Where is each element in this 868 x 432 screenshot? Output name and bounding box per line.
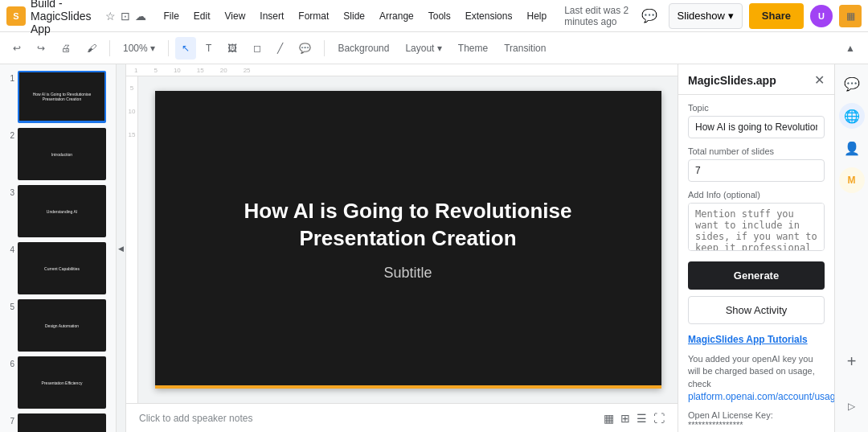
cloud-icon[interactable]: ☁: [135, 10, 146, 23]
magic-slides-panel: MagicSlides.app ✕ Topic Total number of …: [678, 64, 834, 432]
zoom-button[interactable]: 100% ▾: [117, 37, 162, 60]
slide-2-preview-text: Introduction: [48, 149, 76, 160]
main-slide-canvas[interactable]: How AI is Going to Revolutionise Present…: [155, 91, 661, 389]
undo-button[interactable]: ↩: [6, 37, 27, 60]
slide-thumb-7[interactable]: 7 Audience & Insights: [3, 413, 113, 432]
collapse-toolbar-button[interactable]: ▲: [839, 37, 862, 60]
top-right-actions: 💬 Slideshow ▾ Share U ▦: [637, 3, 862, 29]
magic-panel-title: MagicSlides.app: [688, 74, 776, 87]
menu-help[interactable]: Help: [520, 7, 553, 25]
slide-6-preview-text: Presentation Efficiency: [39, 377, 86, 389]
print-button[interactable]: 🖨: [55, 37, 77, 60]
cursor-button[interactable]: ↖: [175, 37, 196, 60]
slide-thumb-6[interactable]: 6 Presentation Efficiency: [3, 356, 113, 409]
menu-extensions[interactable]: Extensions: [459, 7, 519, 25]
show-activity-button[interactable]: Show Activity: [688, 296, 825, 324]
ruler-marks: 1 5 10 15 20 25: [134, 67, 267, 74]
divider-1: [109, 40, 110, 56]
slide-num-3: 3: [3, 185, 14, 197]
background-button[interactable]: Background: [331, 37, 395, 60]
slide-thumb-3[interactable]: 3 Understanding AI: [3, 185, 113, 237]
openai-link[interactable]: platform.openai.com/account/usage: [688, 391, 834, 402]
shapes-button[interactable]: ◻: [247, 37, 268, 60]
slide-panel-wrapper: 1 How AI is Going to Revolutionise Prese…: [0, 64, 126, 432]
textbox-button[interactable]: T: [199, 37, 218, 60]
add-info-label: Add Info (optional): [688, 190, 825, 200]
menu-view[interactable]: View: [219, 7, 252, 25]
menu-arrange[interactable]: Arrange: [373, 7, 420, 25]
paint-format-button[interactable]: 🖌: [80, 37, 103, 60]
menu-file[interactable]: File: [158, 7, 186, 25]
expand-icon[interactable]: ⛶: [653, 412, 665, 425]
menu-slide[interactable]: Slide: [337, 7, 371, 25]
slide-panel-collapse-btn[interactable]: ◀: [117, 64, 126, 432]
toolbar: ↩ ↪ 🖨 🖌 100% ▾ ↖ T 🖼 ◻ ╱ 💬 Background La…: [0, 32, 868, 64]
ruler-vertical: 5 10 15: [126, 76, 138, 403]
openai-info-text: You added your openAI key you will be ch…: [688, 353, 825, 404]
tutorials-link[interactable]: MagicSlides App Tutorials: [688, 334, 825, 345]
theme-button[interactable]: Theme: [452, 37, 494, 60]
slide-num-6: 6: [3, 356, 14, 368]
slide-thumb-4[interactable]: 4 Current Capabilities: [3, 242, 113, 294]
slide-thumb-2[interactable]: 2 Introduction: [3, 128, 113, 180]
magic-panel-header: MagicSlides.app ✕: [678, 64, 834, 95]
slide-image-6: Presentation Efficiency: [18, 356, 106, 409]
right-icon-strip: 💬 🌐 👤 M + ▷: [834, 64, 868, 432]
slide-thumb-1[interactable]: 1 How AI is Going to Revolutionise Prese…: [3, 71, 113, 123]
chat-icon-btn[interactable]: 💬: [839, 71, 865, 97]
slide-5-preview-text: Design Automation: [42, 320, 82, 331]
transition-button[interactable]: Transition: [497, 37, 552, 60]
slide-4-preview-text: Current Capabilities: [41, 263, 83, 274]
menu-bar: File Edit View Insert Format Slide Arran…: [158, 7, 554, 25]
divider-3: [324, 40, 325, 56]
more-icon[interactable]: ▦: [839, 5, 862, 27]
slide-view-list-icon[interactable]: ☰: [637, 412, 647, 425]
comment-button[interactable]: 💬: [293, 37, 317, 60]
magic-panel-body: Topic Total number of slides Add Info (o…: [678, 95, 834, 432]
slide-main-title: How AI is Going to Revolutionise Present…: [155, 198, 661, 253]
slide-image-4: Current Capabilities: [18, 242, 106, 294]
magic-panel-close-button[interactable]: ✕: [814, 72, 825, 88]
magicslides-icon-btn[interactable]: M: [839, 167, 865, 193]
layout-button[interactable]: Layout ▾: [399, 37, 448, 60]
slide-subtitle: Subtitle: [383, 265, 432, 282]
slides-count-label: Total number of slides: [688, 146, 825, 156]
add-info-textarea[interactable]: [688, 203, 825, 251]
slides-count-input[interactable]: [688, 159, 825, 182]
add-icon-btn[interactable]: +: [839, 348, 865, 374]
topic-label: Topic: [688, 103, 825, 113]
image-button[interactable]: 🖼: [221, 37, 244, 60]
menu-insert[interactable]: Insert: [253, 7, 290, 25]
app-title: Build - MagicSlides App: [31, 0, 97, 35]
menu-format[interactable]: Format: [292, 7, 335, 25]
slide-view-grid-icon[interactable]: ▦: [604, 412, 614, 425]
slide-image-3: Understanding AI: [18, 185, 106, 237]
slideshow-button[interactable]: Slideshow ▾: [669, 3, 743, 29]
slide-canvas-wrapper: How AI is Going to Revolutionise Present…: [138, 76, 678, 403]
person-icon-btn[interactable]: 👤: [839, 135, 865, 161]
generate-button[interactable]: Generate: [688, 261, 825, 290]
slide-view-icon[interactable]: ⊞: [620, 412, 630, 425]
slide-image-7: Audience & Insights: [18, 413, 106, 432]
menu-tools[interactable]: Tools: [422, 7, 457, 25]
slideshow-chevron: ▾: [728, 10, 734, 22]
menu-edit[interactable]: Edit: [187, 7, 217, 25]
slide-thumb-5[interactable]: 5 Design Automation: [3, 299, 113, 352]
star-icon[interactable]: ☆: [105, 10, 116, 23]
globe-icon-btn[interactable]: 🌐: [839, 103, 865, 129]
speaker-notes-bar[interactable]: Click to add speaker notes ▦ ⊞ ☰ ⛶: [126, 403, 678, 432]
redo-button[interactable]: ↪: [31, 37, 51, 60]
expand-right-icon-btn[interactable]: ▷: [839, 393, 865, 419]
line-button[interactable]: ╱: [271, 37, 289, 60]
slide-num-2: 2: [3, 128, 14, 140]
comments-icon[interactable]: 💬: [637, 3, 662, 29]
slideshow-label: Slideshow: [678, 10, 725, 22]
slide-num-4: 4: [3, 242, 14, 254]
share-button[interactable]: Share: [749, 3, 804, 29]
slide-yellow-bar: [155, 385, 661, 389]
slide-image-5: Design Automation: [18, 299, 106, 352]
bottom-right-icons: ▦ ⊞ ☰ ⛶: [604, 412, 665, 425]
drive-icon[interactable]: ⊡: [121, 10, 130, 23]
topic-input[interactable]: [688, 116, 825, 138]
top-bar: S Build - MagicSlides App ☆ ⊡ ☁ File Edi…: [0, 0, 868, 32]
